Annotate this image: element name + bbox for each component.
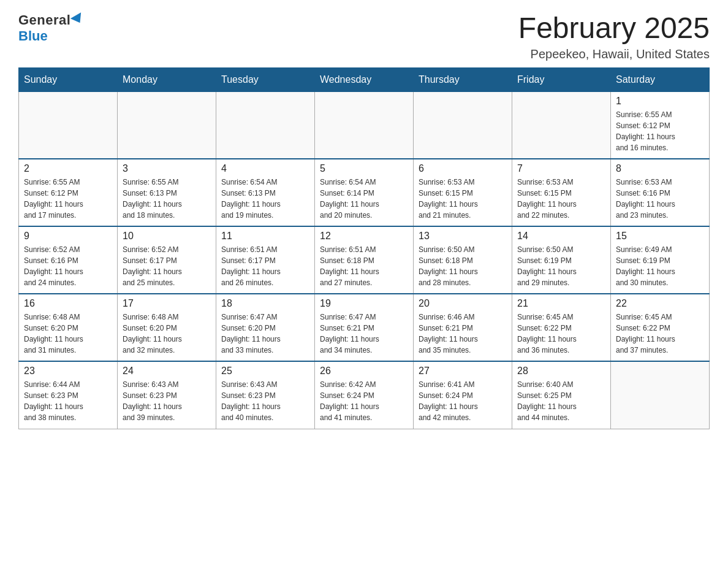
day-number: 23 [24,366,112,377]
day-number: 11 [221,231,309,242]
table-row: 12Sunrise: 6:51 AM Sunset: 6:18 PM Dayli… [315,226,414,294]
day-number: 26 [320,366,408,377]
day-info: Sunrise: 6:43 AM Sunset: 6:23 PM Dayligh… [221,379,309,423]
table-row [512,91,611,159]
day-info: Sunrise: 6:52 AM Sunset: 6:16 PM Dayligh… [24,244,112,288]
table-row: 1Sunrise: 6:55 AM Sunset: 6:12 PM Daylig… [611,91,710,159]
title-block: February 2025 Pepeekeo, Hawaii, United S… [518,12,710,61]
table-row: 6Sunrise: 6:53 AM Sunset: 6:15 PM Daylig… [414,159,512,226]
header-sunday: Sunday [19,67,118,91]
day-number: 4 [221,163,309,174]
day-info: Sunrise: 6:53 AM Sunset: 6:16 PM Dayligh… [616,177,704,221]
table-row: 9Sunrise: 6:52 AM Sunset: 6:16 PM Daylig… [19,226,118,294]
day-number: 21 [517,298,605,309]
table-row [414,91,512,159]
table-row: 7Sunrise: 6:53 AM Sunset: 6:15 PM Daylig… [512,159,611,226]
table-row [216,91,315,159]
day-number: 17 [123,298,211,309]
logo-general-text: General [18,12,85,28]
day-info: Sunrise: 6:51 AM Sunset: 6:18 PM Dayligh… [320,244,408,288]
calendar-week-row: 1Sunrise: 6:55 AM Sunset: 6:12 PM Daylig… [19,91,710,159]
table-row: 2Sunrise: 6:55 AM Sunset: 6:12 PM Daylig… [19,159,118,226]
header-friday: Friday [512,67,611,91]
table-row: 11Sunrise: 6:51 AM Sunset: 6:17 PM Dayli… [216,226,315,294]
header-saturday: Saturday [611,67,710,91]
header-wednesday: Wednesday [315,67,414,91]
day-number: 10 [123,231,211,242]
table-row: 8Sunrise: 6:53 AM Sunset: 6:16 PM Daylig… [611,159,710,226]
table-row: 24Sunrise: 6:43 AM Sunset: 6:23 PM Dayli… [118,361,216,429]
day-number: 28 [517,366,605,377]
day-number: 24 [123,366,211,377]
day-info: Sunrise: 6:55 AM Sunset: 6:12 PM Dayligh… [616,109,704,153]
table-row [118,91,216,159]
table-row: 28Sunrise: 6:40 AM Sunset: 6:25 PM Dayli… [512,361,611,429]
day-info: Sunrise: 6:49 AM Sunset: 6:19 PM Dayligh… [616,244,704,288]
table-row: 3Sunrise: 6:55 AM Sunset: 6:13 PM Daylig… [118,159,216,226]
day-number: 15 [616,231,704,242]
logo: General Blue [18,12,85,44]
table-row: 4Sunrise: 6:54 AM Sunset: 6:13 PM Daylig… [216,159,315,226]
day-info: Sunrise: 6:46 AM Sunset: 6:21 PM Dayligh… [419,312,507,356]
table-row: 10Sunrise: 6:52 AM Sunset: 6:17 PM Dayli… [118,226,216,294]
day-info: Sunrise: 6:53 AM Sunset: 6:15 PM Dayligh… [419,177,507,221]
table-row [19,91,118,159]
table-row: 27Sunrise: 6:41 AM Sunset: 6:24 PM Dayli… [414,361,512,429]
day-info: Sunrise: 6:48 AM Sunset: 6:20 PM Dayligh… [123,312,211,356]
location-title: Pepeekeo, Hawaii, United States [518,47,710,61]
day-info: Sunrise: 6:54 AM Sunset: 6:14 PM Dayligh… [320,177,408,221]
logo-arrow-icon [70,12,85,26]
calendar-week-row: 23Sunrise: 6:44 AM Sunset: 6:23 PM Dayli… [19,361,710,429]
table-row: 25Sunrise: 6:43 AM Sunset: 6:23 PM Dayli… [216,361,315,429]
day-number: 5 [320,163,408,174]
day-number: 14 [517,231,605,242]
table-row [315,91,414,159]
table-row: 23Sunrise: 6:44 AM Sunset: 6:23 PM Dayli… [19,361,118,429]
day-number: 1 [616,96,704,107]
day-number: 22 [616,298,704,309]
day-info: Sunrise: 6:47 AM Sunset: 6:21 PM Dayligh… [320,312,408,356]
day-info: Sunrise: 6:50 AM Sunset: 6:19 PM Dayligh… [517,244,605,288]
page-header: General Blue February 2025 Pepeekeo, Haw… [18,12,710,61]
day-number: 16 [24,298,112,309]
day-number: 12 [320,231,408,242]
day-info: Sunrise: 6:45 AM Sunset: 6:22 PM Dayligh… [616,312,704,356]
table-row: 18Sunrise: 6:47 AM Sunset: 6:20 PM Dayli… [216,294,315,361]
day-number: 3 [123,163,211,174]
header-thursday: Thursday [414,67,512,91]
header-tuesday: Tuesday [216,67,315,91]
day-number: 13 [419,231,507,242]
day-info: Sunrise: 6:51 AM Sunset: 6:17 PM Dayligh… [221,244,309,288]
calendar-table: Sunday Monday Tuesday Wednesday Thursday… [18,67,710,429]
table-row: 19Sunrise: 6:47 AM Sunset: 6:21 PM Dayli… [315,294,414,361]
day-info: Sunrise: 6:54 AM Sunset: 6:13 PM Dayligh… [221,177,309,221]
day-info: Sunrise: 6:47 AM Sunset: 6:20 PM Dayligh… [221,312,309,356]
logo-blue-text: Blue [18,28,48,44]
day-number: 6 [419,163,507,174]
day-info: Sunrise: 6:48 AM Sunset: 6:20 PM Dayligh… [24,312,112,356]
table-row: 5Sunrise: 6:54 AM Sunset: 6:14 PM Daylig… [315,159,414,226]
table-row [611,361,710,429]
day-number: 25 [221,366,309,377]
calendar-header-row: Sunday Monday Tuesday Wednesday Thursday… [19,67,710,91]
day-info: Sunrise: 6:41 AM Sunset: 6:24 PM Dayligh… [419,379,507,423]
table-row: 22Sunrise: 6:45 AM Sunset: 6:22 PM Dayli… [611,294,710,361]
calendar-week-row: 16Sunrise: 6:48 AM Sunset: 6:20 PM Dayli… [19,294,710,361]
table-row: 13Sunrise: 6:50 AM Sunset: 6:18 PM Dayli… [414,226,512,294]
day-number: 19 [320,298,408,309]
day-number: 8 [616,163,704,174]
table-row: 16Sunrise: 6:48 AM Sunset: 6:20 PM Dayli… [19,294,118,361]
day-info: Sunrise: 6:40 AM Sunset: 6:25 PM Dayligh… [517,379,605,423]
day-number: 20 [419,298,507,309]
day-info: Sunrise: 6:43 AM Sunset: 6:23 PM Dayligh… [123,379,211,423]
day-info: Sunrise: 6:50 AM Sunset: 6:18 PM Dayligh… [419,244,507,288]
day-info: Sunrise: 6:53 AM Sunset: 6:15 PM Dayligh… [517,177,605,221]
table-row: 14Sunrise: 6:50 AM Sunset: 6:19 PM Dayli… [512,226,611,294]
day-number: 9 [24,231,112,242]
table-row: 17Sunrise: 6:48 AM Sunset: 6:20 PM Dayli… [118,294,216,361]
table-row: 26Sunrise: 6:42 AM Sunset: 6:24 PM Dayli… [315,361,414,429]
calendar-week-row: 2Sunrise: 6:55 AM Sunset: 6:12 PM Daylig… [19,159,710,226]
day-info: Sunrise: 6:44 AM Sunset: 6:23 PM Dayligh… [24,379,112,423]
table-row: 21Sunrise: 6:45 AM Sunset: 6:22 PM Dayli… [512,294,611,361]
day-number: 18 [221,298,309,309]
